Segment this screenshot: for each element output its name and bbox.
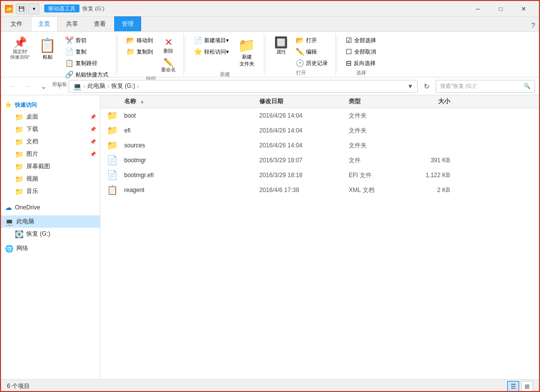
paste-shortcut-button[interactable]: 🔗 粘贴快捷方式 xyxy=(62,69,112,80)
sidebar-item-pictures[interactable]: 📁 图片 📌 xyxy=(1,148,100,160)
sidebar-quick-access[interactable]: ⭐ 快速访问 xyxy=(1,99,100,111)
folder-icon: 📁 xyxy=(15,150,23,158)
tab-view[interactable]: 查看 xyxy=(86,16,113,31)
select-none-button[interactable]: ☐ 全部取消 xyxy=(342,46,380,57)
col-date-header[interactable]: 修改日期 xyxy=(259,97,349,106)
copy-icon: 📄 xyxy=(65,48,74,56)
table-row[interactable]: 📄 bootmgr 2016/3/29 18:07 文件 391 KB xyxy=(100,153,539,168)
up-button[interactable]: ↑ xyxy=(53,79,67,93)
forward-button[interactable]: → xyxy=(21,79,35,93)
qs-dropdown[interactable]: ▾ xyxy=(28,3,39,14)
search-box[interactable]: 搜索"恢复 (G:)" 🔍 xyxy=(436,80,535,93)
select-all-button[interactable]: ☑ 全部选择 xyxy=(342,35,380,46)
address-dropdown-arrow[interactable]: ▼ xyxy=(407,83,413,90)
drive-icon: 💽 xyxy=(15,230,23,238)
tab-manage[interactable]: 管理 xyxy=(114,16,141,31)
table-row[interactable]: 📁 boot 2016/4/26 14:04 文件夹 xyxy=(100,108,539,123)
address-path[interactable]: 💻 › 此电脑 › 恢复 (G:) › ▼ xyxy=(69,80,418,93)
sidebar-item-screenshots[interactable]: 📁 屏幕截图 xyxy=(1,160,100,173)
onedrive-icon: ☁ xyxy=(5,203,12,211)
pc-icon: 💻 xyxy=(5,218,13,226)
view-controls: ☰ ⊞ xyxy=(507,381,533,392)
history-icon: 🕑 xyxy=(296,59,304,67)
delete-button[interactable]: ✕ 删除 xyxy=(157,35,179,56)
copy-to-button[interactable]: 📁 复制到 xyxy=(123,46,156,57)
sidebar-onedrive[interactable]: ☁ OneDrive xyxy=(1,201,100,213)
copy-button[interactable]: 📄 复制 xyxy=(62,46,112,57)
new-folder-button[interactable]: 📁 新建 文件夹 xyxy=(233,35,260,70)
help-button[interactable]: ? xyxy=(527,19,539,31)
sidebar-item-music[interactable]: 📁 音乐 xyxy=(1,185,100,197)
clipboard-items: 📌 固定到"快速访问" 📋 粘贴 ✂️ 剪切 📄 复制 xyxy=(7,35,112,80)
qs-save[interactable]: 💾 xyxy=(16,3,27,14)
select-items: ☑ 全部选择 ☐ 全部取消 ⊟ 反向选择 xyxy=(342,35,380,68)
organize-items: 📂 移动到 📁 复制到 ✕ 删除 ✏️ 重命名 xyxy=(123,35,179,74)
col-type-header[interactable]: 类型 xyxy=(349,97,408,106)
organize-col: 📂 移动到 📁 复制到 xyxy=(123,35,156,57)
ribbon-group-select: ☑ 全部选择 ☐ 全部取消 ⊟ 反向选择 选择 xyxy=(338,34,384,75)
col-size-header[interactable]: 大小 xyxy=(408,97,458,106)
restore-button[interactable]: □ xyxy=(489,1,512,17)
folder-icon: 📁 xyxy=(15,175,23,183)
large-icon-view-button[interactable]: ⊞ xyxy=(521,381,533,392)
new-item-button[interactable]: 📄 新建项目▾ xyxy=(190,35,232,46)
ribbon-group-organize: 📂 移动到 📁 复制到 ✕ 删除 ✏️ 重命名 组织 xyxy=(119,34,184,75)
sidebar-item-downloads[interactable]: 📁 下载 📌 xyxy=(1,123,100,135)
table-row[interactable]: 📁 sources 2016/4/26 14:04 文件夹 xyxy=(100,138,539,153)
open-items: 🔲 属性 📂 打开 ✏️ 编辑 🕑 历史记录 xyxy=(271,35,331,68)
main-area: ⭐ 快速访问 📁 桌面 📌 📁 下载 📌 📁 文档 📌 📁 图片 📌 xyxy=(1,95,539,379)
folder-icon: 📁 xyxy=(15,113,23,121)
sidebar-network[interactable]: 🌐 网络 xyxy=(1,242,100,255)
folder-icon: 📁 xyxy=(107,140,118,151)
sidebar-this-pc[interactable]: 💻 此电脑 xyxy=(1,215,100,228)
ribbon-group-open: 🔲 属性 📂 打开 ✏️ 编辑 🕑 历史记录 打开 xyxy=(267,34,336,75)
paste-button[interactable]: 📋 粘贴 xyxy=(34,35,61,63)
sidebar-item-docs[interactable]: 📁 文档 📌 xyxy=(1,135,100,148)
invert-icon: ⊟ xyxy=(346,59,352,67)
open-button[interactable]: 📂 打开 xyxy=(292,35,331,46)
rename-button[interactable]: ✏️ 重命名 xyxy=(157,56,179,74)
copy-path-button[interactable]: 📋 复制路径 xyxy=(62,58,112,68)
folder-icon: 📁 xyxy=(15,126,23,133)
new-items: 📄 新建项目▾ ⭐ 轻松访问▾ 📁 新建 文件夹 xyxy=(190,35,260,70)
move-icon: 📂 xyxy=(126,36,135,44)
move-to-button[interactable]: 📂 移动到 xyxy=(123,35,156,46)
table-row[interactable]: 📁 efi 2016/4/26 14:04 文件夹 xyxy=(100,123,539,138)
pin-icon: 📌 xyxy=(90,139,96,144)
edit-button[interactable]: ✏️ 编辑 xyxy=(292,46,331,57)
minimize-button[interactable]: ─ xyxy=(466,1,489,17)
pin-icon: 📌 xyxy=(90,151,96,157)
col-name-header[interactable]: 名称 ▲ xyxy=(100,97,259,106)
tab-file[interactable]: 文件 xyxy=(3,16,30,31)
status-bar: 6 个项目 ☰ ⊞ xyxy=(1,379,539,392)
paste-icon: 📋 xyxy=(39,37,56,54)
pin-button[interactable]: 📌 固定到"快速访问" xyxy=(7,35,33,62)
sidebar-recovery[interactable]: 💽 恢复 (G:) xyxy=(1,228,100,240)
tab-share[interactable]: 共享 xyxy=(59,16,85,31)
cut-button[interactable]: ✂️ 剪切 xyxy=(62,35,112,46)
sidebar: ⭐ 快速访问 📁 桌面 📌 📁 下载 📌 📁 文档 📌 📁 图片 📌 xyxy=(1,95,100,379)
easy-access-button[interactable]: ⭐ 轻松访问▾ xyxy=(190,46,232,57)
title-bar-left: 📂 💾 ▾ 驱动器工具 恢复 (G:) xyxy=(5,3,104,14)
table-row[interactable]: 📄 bootmgr.efi 2016/3/29 18:18 EFI 文件 1,1… xyxy=(100,168,539,183)
history-button[interactable]: 🕑 历史记录 xyxy=(292,58,331,68)
item-count: 6 个项目 xyxy=(7,382,30,391)
tab-home[interactable]: 主页 xyxy=(31,16,58,31)
sort-icon: ▲ xyxy=(140,99,145,104)
efi-file-icon: 📄 xyxy=(107,170,118,181)
sidebar-item-videos[interactable]: 📁 视频 xyxy=(1,173,100,185)
refresh-button[interactable]: ↻ xyxy=(420,79,434,93)
recent-button[interactable]: ⌄ xyxy=(37,79,51,93)
back-button[interactable]: ← xyxy=(5,79,19,93)
invert-select-button[interactable]: ⊟ 反向选择 xyxy=(342,58,380,68)
select-col: ☑ 全部选择 ☐ 全部取消 ⊟ 反向选择 xyxy=(342,35,380,68)
sidebar-item-desktop[interactable]: 📁 桌面 📌 xyxy=(1,111,100,123)
ribbon-group-new: 📄 新建项目▾ ⭐ 轻松访问▾ 📁 新建 文件夹 新建 xyxy=(186,34,264,75)
close-button[interactable]: ✕ xyxy=(512,1,535,17)
file-icon: 📄 xyxy=(107,155,118,166)
xml-file-icon: 📋 xyxy=(107,185,118,196)
new-col: 📄 新建项目▾ ⭐ 轻松访问▾ xyxy=(190,35,232,57)
properties-button[interactable]: 🔲 属性 xyxy=(271,35,291,57)
details-view-button[interactable]: ☰ xyxy=(507,381,519,392)
table-row[interactable]: 📋 reagent 2016/4/6 17:38 XML 文档 2 KB xyxy=(100,183,539,197)
